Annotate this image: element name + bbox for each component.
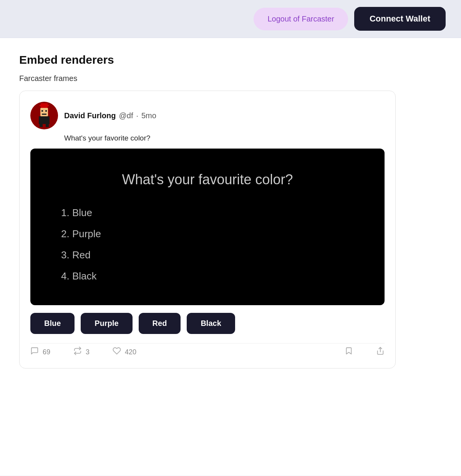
svg-rect-9	[46, 123, 49, 127]
author-handle: @df	[119, 111, 133, 120]
repost-icon	[73, 347, 82, 357]
frame-option-3: 3. Red	[61, 249, 365, 261]
frame-option-4: 4. Black	[61, 270, 365, 282]
svg-rect-8	[40, 123, 43, 127]
svg-rect-1	[39, 116, 50, 124]
post-meta: David Furlong @df · 5mo	[64, 111, 156, 120]
blue-button[interactable]: Blue	[30, 313, 75, 334]
repost-count: 3	[86, 348, 90, 356]
post-time: 5mo	[141, 111, 156, 120]
frame-title: What's your favourite color?	[50, 172, 365, 188]
svg-rect-5	[41, 110, 43, 112]
connect-wallet-button[interactable]: Connect Wallet	[354, 7, 446, 31]
author-line: David Furlong @df · 5mo	[64, 111, 156, 120]
repost-action[interactable]: 3	[73, 347, 90, 357]
frame-option-2: 2. Purple	[61, 228, 365, 240]
post-dot: ·	[136, 111, 138, 120]
logout-button[interactable]: Logout of Farcaster	[254, 8, 348, 30]
like-action[interactable]: 420	[113, 347, 136, 357]
svg-rect-4	[41, 103, 48, 108]
subsection-title: Farcaster frames	[19, 74, 442, 83]
share-icon	[376, 347, 385, 357]
like-icon	[113, 347, 121, 357]
svg-rect-7	[42, 114, 46, 115]
bookmark-icon	[345, 347, 353, 357]
bookmark-action[interactable]	[345, 347, 353, 357]
share-action[interactable]	[376, 347, 385, 357]
comment-icon	[30, 347, 39, 357]
comment-count: 69	[43, 348, 50, 356]
svg-rect-6	[45, 110, 47, 112]
comment-action[interactable]: 69	[30, 347, 50, 357]
black-button[interactable]: Black	[187, 313, 235, 334]
color-buttons: Blue Purple Red Black	[30, 313, 385, 334]
post-actions: 69 3 420	[30, 343, 385, 357]
red-button[interactable]: Red	[139, 313, 181, 334]
avatar	[30, 102, 58, 129]
frame-image: What's your favourite color? 1. Blue 2. …	[30, 149, 385, 305]
frame-option-1: 1. Blue	[61, 207, 365, 219]
author-name: David Furlong	[64, 111, 116, 120]
post-header: David Furlong @df · 5mo	[30, 102, 385, 129]
header: Logout of Farcaster Connect Wallet	[0, 0, 461, 38]
post-card: David Furlong @df · 5mo What's your favo…	[19, 91, 396, 369]
frame-options: 1. Blue 2. Purple 3. Red 4. Black	[50, 207, 365, 282]
main-content: Embed renderers Farcaster frames	[0, 38, 461, 476]
section-title: Embed renderers	[19, 53, 442, 66]
svg-rect-2	[40, 108, 48, 116]
purple-button[interactable]: Purple	[81, 313, 132, 334]
like-count: 420	[125, 348, 136, 356]
post-text: What's your favorite color?	[64, 134, 385, 142]
